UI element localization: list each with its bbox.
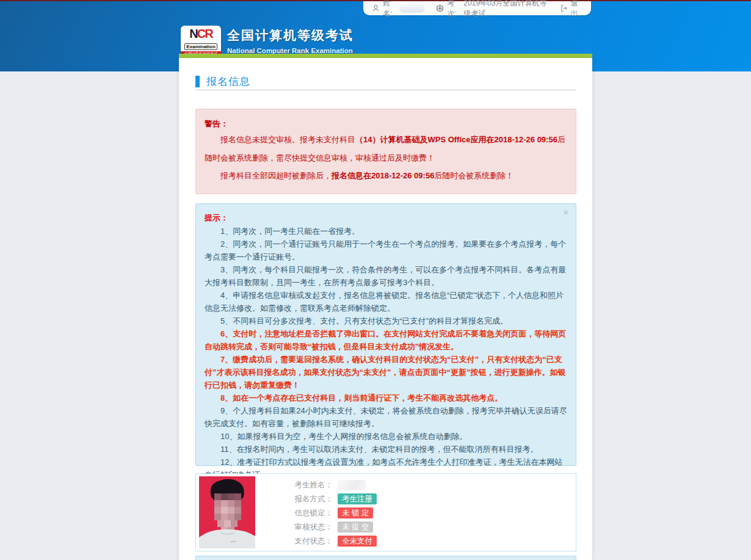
warning-paragraph-1: 报名信息未提交审核。报考未支付科目（14）计算机基础及WPS Office应用在… [205,131,567,167]
status-badge: 未 提 交 [338,522,373,533]
tip-item-6: 6、支付时，注意地址栏是否拦截了弹出窗口。在支付网站支付完成后不要着急关闭页面，… [205,327,567,353]
session-icon [436,4,444,12]
tip-item-3: 3、同考次，每个科目只能报考一次，符合条件的考生，可以在多个考点报考不同科目。各… [205,263,567,289]
page: 姓名: 考次: 2019年03月全国计算机等级考试 退出 NCR Examina… [0,0,751,560]
ncre-logo-acronym: NCR [181,27,221,40]
ncre-logo-examination: Examination [184,43,217,50]
candidate-row-5: 支付状态：全未支付 [286,536,377,547]
session-label: 考次: [447,0,460,19]
candidate-row-label: 报名方式： [286,494,333,504]
tip-item-10: 10、如果报考科目为空，考生个人网报的报名信息会被系统自动删除。 [205,430,567,443]
candidate-row-4: 审核状态：未 提 交 [286,522,377,533]
candidate-row-label: 审核状态： [286,522,333,533]
tip-item-7: 7、缴费成功后，需要返回报名系统，确认支付科目的支付状态为“已支付”，只有支付状… [205,353,567,391]
status-badge: 全未支付 [338,536,377,547]
logout-button[interactable]: 退出 [571,0,582,19]
warning-p2-pre: 报考科目全部因超时被删除后， [220,171,332,180]
brand: 全国计算机等级考试 National Computer Rank Examina… [227,27,354,54]
topbar: 姓名: 考次: 2019年03月全国计算机等级考试 退出 [363,1,591,15]
content-panel: 报名信息 警告： 报名信息未提交审核。报考未支付科目（14）计算机基础及WPS … [179,58,592,560]
tip-item-11: 11、在报名时间内，考生可以取消未支付、未锁定科目的报考，但不能取消所有科目报考… [205,443,567,456]
candidate-row-label: 信息锁定： [286,508,333,518]
tips-list: 1、同考次，同一考生只能在一省报考。2、同考次，同一个通行证账号只能用于一个考生… [205,225,567,481]
warning-p2-bold: 报名信息在2018-12-26 09:56 [332,171,434,180]
site-title: 全国计算机等级考试 [227,27,354,44]
tip-item-9: 9、个人报考科目如果24小时内未支付、未锁定，将会被系统自动删除，报考完毕并确认… [205,404,567,430]
candidate-row-1: 考生姓名： [286,479,377,490]
next-section-box [195,556,576,560]
warning-box: 警告： 报名信息未提交审核。报考未支付科目（14）计算机基础及WPS Offic… [195,109,576,194]
status-badge: 考生注册 [338,493,377,504]
warning-p2-post: 后随时会被系统删除！ [434,171,513,180]
candidate-name-redacted [338,480,366,490]
candidate-row-label: 支付状态： [286,536,333,547]
warning-title: 警告： [205,117,567,131]
close-icon[interactable]: × [563,208,568,217]
warning-paragraph-2: 报考科目全部因超时被删除后，报名信息在2018-12-26 09:56后随时会被… [205,167,567,185]
tip-item-4: 4、申请报名信息审核或发起支付，报名信息将被锁定。报名信息“已锁定”状态下，个人… [205,289,567,315]
ncre-logo: NCR Examination 全国计算机等级考试 [181,26,221,56]
candidate-row-3: 信息锁定：未 锁 定 [286,507,377,518]
candidate-rows: 考生姓名：报名方式：考生注册信息锁定：未 锁 定审核状态：未 提 交支付状态：全… [286,479,377,547]
section-title-bar [195,76,200,87]
logout-icon[interactable] [560,4,568,12]
tip-item-1: 1、同考次，同一考生只能在一省报考。 [205,225,567,238]
name-label: 姓名: [383,0,396,19]
candidate-row-2: 报名方式：考生注册 [286,493,377,504]
warning-p1-pre: 报名信息未提交审核。报考未支付科目 [220,135,355,144]
green-stripe [179,54,592,58]
tips-box: × 提示： 1、同考次，同一考生只能在一省报考。2、同考次，同一个通行证账号只能… [195,203,576,466]
candidate-photo [199,476,255,548]
candidate-row-label: 考生姓名： [286,480,333,490]
user-icon [372,4,380,12]
tip-item-8: 8、如在一个考点存在已支付科目，则当前通行证下，考生不能再改选其他考点。 [205,391,567,404]
page-title: 报名信息 [206,75,250,89]
tip-item-2: 2、同考次，同一个通行证账号只能用于一个考生在一个考点的报考。如果要在多个考点报… [205,238,567,263]
session-value: 2019年03月全国计算机等级考试 [463,0,548,19]
section-divider [195,90,576,90]
warning-p1-bold: （14）计算机基础及WPS Office应用在2018-12-26 09:56 [355,135,557,144]
name-value-redacted [399,4,425,13]
tips-title: 提示： [205,211,567,225]
tip-item-5: 5、不同科目可分多次报考、支付。只有支付状态为“已支付”的科目才算报名完成。 [205,315,567,327]
status-badge: 未 锁 定 [338,507,373,518]
candidate-info-box: 考生姓名：报名方式：考生注册信息锁定：未 锁 定审核状态：未 提 交支付状态：全… [195,473,576,551]
section-title: 报名信息 [195,75,250,89]
